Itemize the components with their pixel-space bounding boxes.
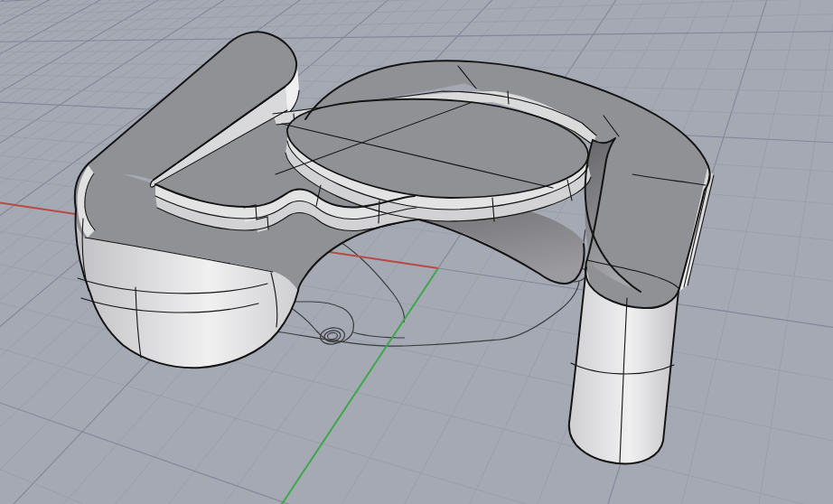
viewport[interactable] [0, 0, 833, 504]
viewport-canvas[interactable] [0, 0, 833, 504]
grommet-circle-inner[interactable] [327, 332, 338, 341]
grommet-circle-outer[interactable] [319, 326, 345, 346]
grommet-tail[interactable] [353, 332, 405, 338]
inner-profile-curve[interactable] [341, 242, 404, 322]
